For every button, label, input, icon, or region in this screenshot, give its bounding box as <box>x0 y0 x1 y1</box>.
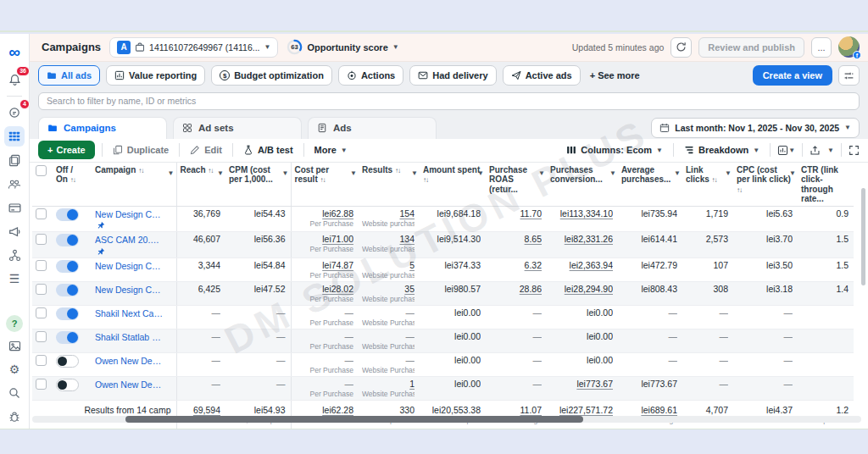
row-checkbox[interactable] <box>36 307 47 318</box>
filter-pill-had-delivery[interactable]: Had delivery <box>409 65 496 86</box>
metric-value[interactable]: lei28.02 <box>322 284 353 294</box>
metric-value[interactable]: lei82,331.26 <box>565 234 613 244</box>
campaign-toggle[interactable] <box>56 331 79 344</box>
sort-icon[interactable]: ↑↓ <box>208 167 213 174</box>
audiences-icon[interactable] <box>4 174 25 194</box>
billing-card-icon[interactable] <box>4 197 25 218</box>
view-settings-button[interactable] <box>838 65 860 86</box>
ads-megaphone-icon[interactable] <box>4 221 25 241</box>
metric-value[interactable]: lei62.28 <box>322 405 353 415</box>
campaign-link[interactable]: Shakil Statlab Ca 15... <box>95 332 163 342</box>
row-checkbox[interactable] <box>36 379 47 390</box>
see-more-button[interactable]: + See more <box>590 70 640 80</box>
opportunity-score[interactable]: 63 Opportunity score ▼ <box>287 39 398 55</box>
column-header-amount-spent[interactable]: Amount spent ↑↓▼ <box>420 163 486 207</box>
row-checkbox[interactable] <box>36 355 47 366</box>
tab-ad-sets[interactable]: Ad sets <box>173 117 302 139</box>
filter-pill-actions[interactable]: Actions <box>338 65 403 86</box>
campaign-toggle[interactable] <box>56 260 79 273</box>
edit-button[interactable]: Edit <box>186 145 225 155</box>
metric-value[interactable]: 69,594 <box>193 405 220 415</box>
ads-manager-grid-icon[interactable] <box>4 126 25 147</box>
column-chevron-icon[interactable]: ▼ <box>282 169 289 177</box>
breakdown-button[interactable]: Breakdown▼ <box>681 145 763 155</box>
metric-value[interactable]: lei227,571.72 <box>559 405 613 415</box>
search-icon[interactable] <box>4 383 25 403</box>
column-header-cpm-cost-per-1-000[interactable]: CPM (cost per 1,000...▼ <box>225 163 291 207</box>
more-menu-button[interactable]: More▼ <box>311 145 351 155</box>
campaign-link[interactable]: ASC CAM 20.10... <box>95 235 163 245</box>
row-checkbox[interactable] <box>36 331 47 342</box>
metric-value[interactable]: lei773.67 <box>576 379 613 389</box>
metric-value[interactable]: lei689.61 <box>641 405 677 415</box>
report-bug-icon[interactable] <box>4 407 25 427</box>
campaign-link[interactable]: Owen New Design ... <box>95 356 163 366</box>
meta-logo-icon[interactable]: ∞ <box>4 42 25 63</box>
campaign-link[interactable]: New Design Cam... <box>95 209 163 219</box>
column-header-average-purchases[interactable]: Average purchases...▼ <box>618 163 682 207</box>
column-chevron-icon[interactable]: ▼ <box>350 169 357 177</box>
column-chevron-icon[interactable]: ▼ <box>477 169 484 177</box>
sort-icon[interactable]: ↑↓ <box>395 167 400 174</box>
column-header-cpc-cost-per-link-click[interactable]: CPC (cost per link click) ↑↓▼ <box>733 163 798 207</box>
column-chevron-icon[interactable]: ▼ <box>789 169 796 177</box>
export-button[interactable] <box>810 145 821 156</box>
media-library-icon[interactable] <box>4 335 25 356</box>
reports-button[interactable]: ▼ <box>777 145 795 156</box>
column-header-reach[interactable]: Reach ↑↓▼ <box>176 163 225 207</box>
column-chevron-icon[interactable]: ▼ <box>725 169 732 177</box>
column-chevron-icon[interactable]: ▼ <box>674 169 681 177</box>
metric-value[interactable]: 6.32 <box>525 260 542 270</box>
sort-icon[interactable]: ↑↓ <box>737 186 742 194</box>
export-chevron-icon[interactable]: ▼ <box>827 147 834 154</box>
metric-value[interactable]: 1 <box>409 379 415 389</box>
column-header-off-on[interactable]: Off / On ↑↓ <box>53 163 92 207</box>
columns-button[interactable]: Columns: Ecom▼ <box>563 145 666 155</box>
help-icon[interactable]: ? <box>6 315 23 332</box>
account-selector[interactable]: A 141161072649967 (14116... ▼ <box>109 37 278 58</box>
create-button[interactable]: +Create <box>38 141 95 159</box>
metric-value[interactable]: 35 <box>404 284 415 294</box>
metric-value[interactable]: 154 <box>399 208 415 219</box>
select-all-checkbox[interactable] <box>36 165 47 176</box>
column-chevron-icon[interactable]: ▼ <box>411 169 418 177</box>
sort-icon[interactable]: ↑↓ <box>138 167 143 174</box>
sort-icon[interactable]: ↑↓ <box>70 176 75 184</box>
campaign-toggle[interactable] <box>56 284 79 296</box>
metric-value[interactable]: lei71.00 <box>322 234 353 244</box>
expand-button[interactable] <box>849 145 860 156</box>
filter-pill-budget-optimization[interactable]: $Budget optimization <box>211 65 332 86</box>
metric-value[interactable]: lei113,334.10 <box>560 208 613 219</box>
business-account-icon[interactable]: 4 <box>4 102 25 123</box>
vertical-scrollbar[interactable] <box>861 188 865 285</box>
sort-icon[interactable]: ↑↓ <box>712 176 717 184</box>
campaign-toggle[interactable] <box>56 307 79 320</box>
filter-pill-active-ads[interactable]: Active ads <box>503 65 581 86</box>
refresh-button[interactable] <box>670 37 692 58</box>
column-header-purchase-roas-retur[interactable]: Purchase ROAS (retur...▼ <box>486 163 547 207</box>
date-range-selector[interactable]: Last month: Nov 1, 2025 - Nov 30, 2025 ▼ <box>651 118 860 138</box>
events-hierarchy-icon[interactable] <box>4 245 25 265</box>
metric-value[interactable]: 8.65 <box>525 234 542 244</box>
column-chevron-icon[interactable]: ▼ <box>217 169 224 177</box>
horizontal-scrollbar-thumb[interactable] <box>125 416 583 423</box>
column-header-purchases-conversion[interactable]: Purchases conversion...▼ <box>547 163 618 207</box>
campaign-toggle[interactable] <box>56 234 79 246</box>
campaign-toggle[interactable] <box>56 208 79 221</box>
row-checkbox[interactable] <box>36 208 47 219</box>
settings-gear-icon[interactable]: ⚙ <box>4 359 25 379</box>
pages-icon[interactable] <box>4 150 25 170</box>
column-header-ctr-link-click-through-rate[interactable]: CTR (link click-through rate... <box>798 163 854 207</box>
campaign-toggle[interactable] <box>56 355 79 368</box>
column-chevron-icon[interactable]: ▼ <box>168 169 175 177</box>
row-checkbox[interactable] <box>36 284 47 295</box>
column-header-campaign[interactable]: Campaign ↑↓▼ <box>92 163 176 207</box>
review-publish-button[interactable]: Review and publish <box>698 37 804 58</box>
all-tools-menu-icon[interactable]: ☰ <box>4 269 25 289</box>
metric-value[interactable]: 11.70 <box>520 208 542 219</box>
sort-icon[interactable]: ↑↓ <box>320 176 326 184</box>
campaign-link[interactable]: New Design Cam 2 ... <box>95 261 163 271</box>
filter-pill-all-ads[interactable]: All ads <box>38 65 100 86</box>
column-header-cost-per-result[interactable]: Cost per result ↑↓▼ <box>291 163 359 207</box>
tab-campaigns[interactable]: Campaigns <box>38 117 167 139</box>
